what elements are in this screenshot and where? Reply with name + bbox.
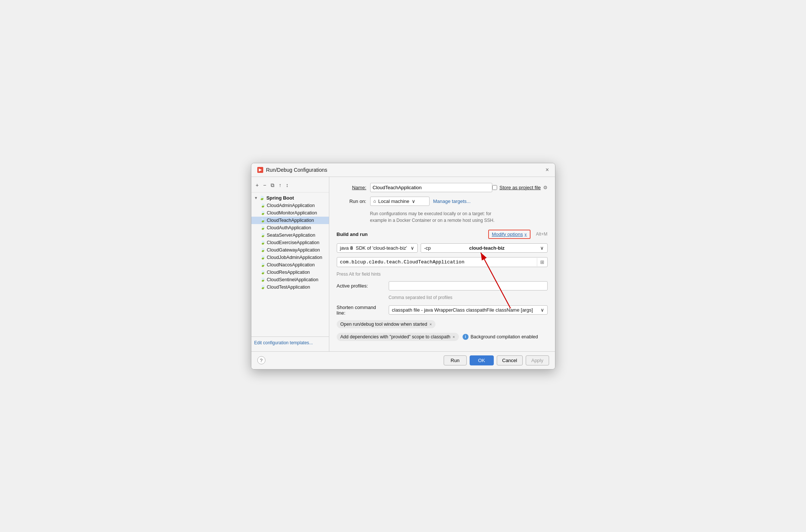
- chip-close-icon[interactable]: ×: [430, 322, 432, 326]
- active-profiles-label: Active profiles:: [337, 283, 385, 289]
- apply-button[interactable]: Apply: [526, 355, 549, 365]
- sidebar-toolbar: + − ⧉ ↑ ↕: [251, 180, 329, 193]
- sdk-dropdown-arrow-icon: ∨: [411, 245, 414, 251]
- move-config-button[interactable]: ↑: [277, 181, 283, 189]
- title-bar-left: ▶ Run/Debug Configurations: [257, 167, 327, 173]
- store-project-row: Store as project file ⚙: [492, 185, 547, 190]
- config-item-label: CloudAuthApplication: [267, 225, 311, 230]
- active-profiles-row: Active profiles:: [337, 281, 548, 290]
- shorten-cmd-row: Shorten command line: classpath file - j…: [337, 305, 548, 316]
- config-item-cloudadmin[interactable]: 🍃 CloudAdminApplication: [251, 202, 329, 209]
- edit-templates-link[interactable]: Edit configuration templates...: [254, 340, 313, 345]
- name-row: Name: Store as project file ⚙: [337, 183, 548, 192]
- store-project-label: Store as project file: [499, 185, 541, 190]
- shorten-cmd-select[interactable]: classpath file - java WrapperClass class…: [389, 305, 548, 315]
- cp-select[interactable]: -cp cloud-teach-biz ∨: [421, 243, 547, 253]
- bottom-bar: ? Run OK Cancel Apply: [251, 351, 555, 369]
- dialog-title: Run/Debug Configurations: [266, 167, 327, 173]
- chips-row-1: Open run/debug tool window when started …: [337, 320, 548, 328]
- shorten-cmd-label: Shorten command line:: [337, 305, 385, 316]
- config-item-icon: 🍃: [260, 277, 265, 282]
- run-on-select[interactable]: ⌂ Local machine ∨: [370, 197, 430, 206]
- active-profiles-input[interactable]: [389, 281, 548, 290]
- store-project-checkbox[interactable]: [492, 185, 497, 190]
- config-item-label: SeataServerApplication: [267, 233, 316, 238]
- config-item-seataserver[interactable]: 🍃 SeataServerApplication: [251, 231, 329, 239]
- config-item-label: CloudSentinelApplication: [267, 277, 319, 282]
- config-item-cloudjobadmin[interactable]: 🍃 CloudJobAdminApplication: [251, 254, 329, 261]
- chip-add-deps-label: Add dependencies with "provided" scope t…: [340, 334, 451, 339]
- config-item-cloudmonitor[interactable]: 🍃 CloudMonitorApplication: [251, 209, 329, 217]
- chips-row-2: Add dependencies with "provided" scope t…: [337, 333, 548, 341]
- config-item-icon: 🍃: [260, 247, 265, 252]
- name-row-left: Name:: [337, 183, 493, 192]
- remove-config-button[interactable]: −: [262, 181, 268, 189]
- run-button[interactable]: Run: [444, 355, 467, 365]
- bg-compilation-label: Background compilation enabled: [471, 334, 538, 339]
- shorten-dropdown-arrow-icon: ∨: [541, 307, 544, 313]
- chip-close-icon[interactable]: ×: [453, 335, 455, 339]
- help-button[interactable]: ?: [257, 356, 265, 364]
- config-item-label: CloudAdminApplication: [267, 203, 315, 208]
- copy-config-button[interactable]: ⧉: [269, 181, 276, 189]
- chip-open-window: Open run/debug tool window when started …: [337, 320, 436, 328]
- config-item-icon: 🍃: [260, 225, 265, 230]
- config-item-cloudres[interactable]: 🍃 CloudResApplication: [251, 269, 329, 276]
- sdk-row: java 8 SDK of 'cloud-teach-biz' ∨ -cp cl…: [337, 243, 548, 253]
- sort-config-button[interactable]: ↕: [284, 181, 290, 189]
- config-item-icon: 🍃: [260, 262, 265, 267]
- config-item-cloudtest[interactable]: 🍃 CloudTestApplication: [251, 283, 329, 291]
- config-item-cloudteach[interactable]: 🍃 CloudTeachApplication: [251, 217, 329, 224]
- config-item-icon: 🍃: [260, 285, 265, 289]
- sdk-java-label: java: [340, 245, 349, 251]
- bg-compilation-chip: i Background compilation enabled: [463, 334, 538, 340]
- config-item-cloudnacos[interactable]: 🍃 CloudNacosApplication: [251, 261, 329, 269]
- config-item-icon: 🍃: [260, 210, 265, 215]
- config-item-label: CloudGatewayApplication: [267, 247, 320, 253]
- config-item-label: CloudResApplication: [267, 270, 310, 275]
- gear-icon[interactable]: ⚙: [543, 185, 548, 190]
- config-tree: ▼ 🍃 Spring Boot 🍃 CloudAdminApplication …: [251, 194, 329, 336]
- dialog-body: + − ⧉ ↑ ↕ ▼ 🍃 Spring Boot 🍃 CloudAdminAp…: [251, 177, 555, 351]
- modify-options-button[interactable]: Modify options ∨: [488, 230, 531, 239]
- home-icon: ⌂: [373, 198, 376, 204]
- manage-targets-link[interactable]: Manage targets...: [433, 198, 471, 204]
- name-label: Name:: [337, 185, 366, 190]
- close-button[interactable]: ×: [545, 167, 549, 173]
- group-label: Spring Boot: [266, 195, 294, 201]
- run-on-row: Run on: ⌂ Local machine ∨ Manage targets…: [337, 197, 548, 206]
- sdk-detail-label: SDK of 'cloud-teach-biz': [355, 245, 407, 251]
- config-item-cloudauth[interactable]: 🍃 CloudAuthApplication: [251, 224, 329, 231]
- main-class-row: ⊞: [337, 257, 548, 267]
- sidebar-footer: Edit configuration templates...: [251, 336, 329, 348]
- cp-value-label: cloud-teach-biz: [469, 245, 505, 251]
- group-arrow-icon: ▼: [254, 196, 258, 200]
- spring-boot-group[interactable]: ▼ 🍃 Spring Boot: [251, 194, 329, 202]
- config-item-cloudsentinel[interactable]: 🍃 CloudSentinelApplication: [251, 276, 329, 283]
- name-input[interactable]: [370, 183, 493, 192]
- add-config-button[interactable]: +: [254, 181, 260, 189]
- shorten-cmd-value: classpath file - java WrapperClass class…: [392, 307, 533, 313]
- shortcut-hint: Alt+M: [536, 231, 547, 237]
- expand-icon[interactable]: ⊞: [537, 258, 547, 266]
- run-debug-dialog: ▶ Run/Debug Configurations × + − ⧉ ↑ ↕ ▼…: [251, 163, 555, 370]
- config-item-cloudgateway[interactable]: 🍃 CloudGatewayApplication: [251, 246, 329, 254]
- main-class-input[interactable]: [337, 257, 537, 267]
- run-on-hint: Run configurations may be executed local…: [337, 210, 548, 224]
- cancel-button[interactable]: Cancel: [497, 355, 523, 365]
- dropdown-arrow-icon: ∨: [524, 232, 527, 236]
- config-item-label: CloudNacosApplication: [267, 262, 315, 267]
- title-bar: ▶ Run/Debug Configurations ×: [251, 163, 555, 177]
- modify-options-row: Modify options ∨ Alt+M: [488, 230, 548, 239]
- bottom-actions: Run OK Cancel Apply: [444, 355, 549, 365]
- chip-add-deps: Add dependencies with "provided" scope t…: [337, 333, 459, 341]
- ok-button[interactable]: OK: [470, 355, 494, 365]
- spring-boot-icon: 🍃: [259, 195, 265, 200]
- sdk-select[interactable]: java 8 SDK of 'cloud-teach-biz' ∨: [337, 243, 418, 253]
- chip-open-window-label: Open run/debug tool window when started: [340, 322, 427, 327]
- cp-flag-label: -cp: [424, 245, 433, 251]
- config-item-icon: 🍃: [260, 218, 265, 223]
- sidebar: + − ⧉ ↑ ↕ ▼ 🍃 Spring Boot 🍃 CloudAdminAp…: [251, 177, 329, 351]
- config-item-cloudexercise[interactable]: 🍃 CloudExerciseApplication: [251, 239, 329, 246]
- build-run-header: Build and run Modify options ∨ Alt+M: [337, 230, 548, 239]
